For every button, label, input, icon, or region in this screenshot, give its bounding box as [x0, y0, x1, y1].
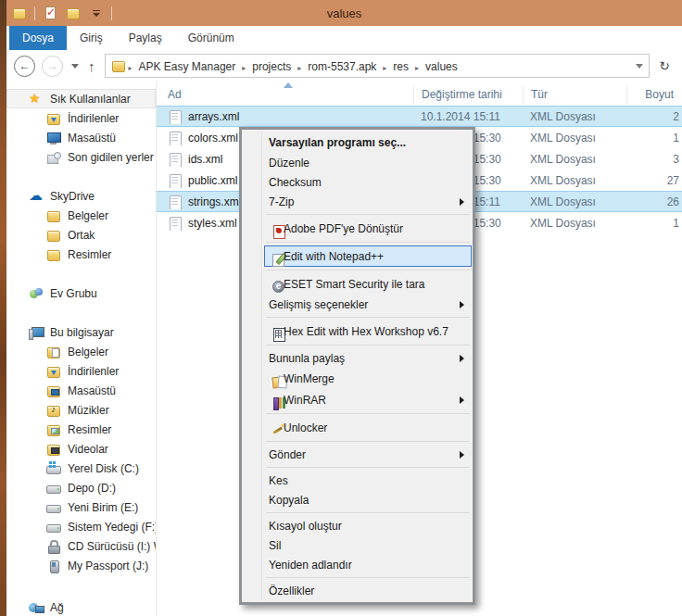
- sidebar-item-cd-surucusu-i-wd[interactable]: CD Sürücüsü (I:) WD: [6, 536, 156, 556]
- context-menu-item-edit-with-notepad[interactable]: Edit with Notepad++: [242, 245, 473, 267]
- context-menu-item-eset-smart-security-ile-tara[interactable]: ESET Smart Security ile tara: [242, 273, 473, 295]
- context-menu-item-yeniden-adlandir[interactable]: Yeniden adlandır: [242, 555, 473, 574]
- context-menu-item-label: Gönder: [269, 448, 306, 461]
- drive-icon: [46, 500, 61, 515]
- context-menu-item-gonder[interactable]: Gönder: [242, 445, 473, 464]
- quick-access-toolbar: [6, 5, 112, 21]
- sidebar-item-son-gidilen-yerler[interactable]: Son gidilen yerler: [6, 147, 156, 167]
- sidebar-item-indirilenler[interactable]: İndirilenler: [6, 361, 156, 381]
- context-menu-item-kisayol-olustur[interactable]: Kısayol oluştur: [242, 516, 473, 535]
- recent-locations-dropdown-icon[interactable]: [71, 64, 79, 69]
- sidebar-item-label: Resimler: [68, 248, 111, 261]
- xml-file-icon: [168, 216, 183, 231]
- context-menu-item-label: Bununla paylaş: [269, 352, 345, 365]
- context-menu-item-kopyala[interactable]: Kopyala: [242, 490, 473, 509]
- context-menu-item-adobe-pdf-ye-donustur[interactable]: Adobe PDF'ye Dönüştür: [242, 218, 473, 239]
- menu-separator: [266, 577, 470, 578]
- desktop-edge: [0, 0, 6, 616]
- sidebar-item-sistem-yedegi-f[interactable]: Sistem Yedegi (F:): [6, 517, 156, 536]
- file-type-cell: XML Dosyası: [523, 174, 626, 187]
- context-menu-item-sil[interactable]: Sil: [242, 535, 473, 555]
- submenu-arrow-icon: [460, 198, 464, 206]
- file-name: styles.xml: [188, 217, 237, 230]
- sidebar-item-label: Bu bilgisayar: [50, 326, 114, 339]
- address-bar[interactable]: ▸APK Easy Manager▸projects▸rom-5537.apk▸…: [105, 54, 650, 78]
- sidebar-item-label: Son gidilen yerler: [68, 151, 154, 164]
- properties-check-button[interactable]: [42, 5, 58, 21]
- separator: [34, 6, 35, 20]
- context-menu-item-checksum[interactable]: Checksum: [242, 172, 473, 192]
- explorer-screen: values DosyaGirişPaylaşGörünüm ▸APK Easy…: [0, 0, 682, 616]
- tab-paylas[interactable]: Paylaş: [116, 26, 175, 50]
- sidebar-item-ag[interactable]: Ağ: [6, 597, 156, 616]
- sidebar-item-yerel-disk-c[interactable]: Yerel Disk (C:): [6, 459, 156, 478]
- file-row-arrays-xml[interactable]: arrays.xml10.1.2014 15:11XML Dosyası2: [156, 106, 682, 127]
- context-menu-item-unlocker[interactable]: Unlocker: [242, 417, 473, 438]
- refresh-button[interactable]: [654, 58, 675, 73]
- sidebar-item-label: Sistem Yedegi (F:): [68, 521, 156, 534]
- breadcrumb-res[interactable]: res: [389, 60, 412, 73]
- sidebar-item-my-passport-j[interactable]: My Passport (J:): [6, 556, 156, 575]
- menu-separator: [266, 441, 470, 442]
- context-menu-item-7-zip[interactable]: 7-Zip: [242, 192, 473, 211]
- address-dropdown-icon[interactable]: [636, 64, 643, 69]
- sidebar-item-masaustu[interactable]: Masaüstü: [6, 128, 156, 147]
- context-menu-item-varsayilan-programi-sec[interactable]: Varsayılan programı seç...: [242, 132, 473, 153]
- menu-separator: [266, 317, 470, 318]
- qat-caret-button[interactable]: [88, 5, 105, 21]
- column-header-tur[interactable]: Tür: [523, 85, 626, 104]
- breadcrumb-values[interactable]: values: [422, 60, 461, 73]
- sidebar-item-resimler[interactable]: Resimler: [6, 245, 156, 264]
- sidebar-item-bu-bilgisayar[interactable]: Bu bilgisayar: [6, 322, 156, 342]
- breadcrumb-rom-5537-apk[interactable]: rom-5537.apk: [304, 60, 380, 73]
- menu-separator: [266, 512, 470, 513]
- explorer-window-button[interactable]: [11, 5, 28, 21]
- sidebar-item-label: Resimler: [68, 423, 111, 436]
- sidebar-item-belgeler[interactable]: Belgeler: [6, 206, 156, 225]
- up-button[interactable]: [88, 58, 95, 74]
- new-folder-button[interactable]: [65, 5, 82, 21]
- context-menu-item-hex-edit-with-hex-workshop-v6-7[interactable]: Hex Edit with Hex Workshop v6.7: [242, 321, 473, 342]
- back-button[interactable]: [14, 56, 35, 77]
- sidebar-item-ortak[interactable]: Ortak: [6, 225, 156, 245]
- sidebar-item-indirilenler[interactable]: İndirilenler: [6, 108, 156, 128]
- sidebar-item-masaustu[interactable]: Masaüstü: [6, 381, 156, 400]
- context-menu-item-winrar[interactable]: WinRAR: [242, 389, 473, 410]
- breadcrumb-projects[interactable]: projects: [248, 60, 295, 73]
- column-header-boyut[interactable]: Boyut: [626, 85, 682, 104]
- context-menu-item-kes[interactable]: Kes: [242, 471, 473, 490]
- tab-dosya[interactable]: Dosya: [9, 26, 67, 50]
- column-header-ad[interactable]: Ad: [156, 85, 413, 104]
- context-menu-item-ozellikler[interactable]: Özellikler: [242, 581, 473, 600]
- sidebar-item-skydrive[interactable]: SkyDrive: [6, 186, 156, 206]
- context-menu-item-gelismis-secenekler[interactable]: Gelişmiş seçenekler: [242, 295, 473, 314]
- context-menu-item-label: Edit with Notepad++: [284, 250, 384, 263]
- breadcrumb-separator-icon: ▸: [412, 64, 422, 72]
- tab-giris[interactable]: Giriş: [67, 26, 116, 50]
- sidebar-item-belgeler[interactable]: Belgeler: [6, 342, 156, 361]
- breadcrumb-apk-easy-manager[interactable]: APK Easy Manager: [135, 60, 240, 73]
- sidebar-item-depo-d[interactable]: Depo (D:): [6, 478, 156, 497]
- column-header-degistirme-tarihi[interactable]: Değiştirme tarihi: [413, 85, 523, 104]
- folder-icon: [46, 228, 61, 243]
- context-menu-item-bununla-paylas[interactable]: Bununla paylaş: [242, 348, 473, 368]
- sidebar-item-label: My Passport (J:): [68, 559, 148, 572]
- videos-folder-icon: [46, 442, 61, 457]
- context-menu-item-label: Checksum: [269, 176, 322, 189]
- file-size-cell: 2: [626, 110, 682, 123]
- menu-separator: [266, 413, 470, 414]
- sidebar-item-videolar[interactable]: Videolar: [6, 439, 156, 459]
- forward-button[interactable]: [42, 56, 63, 77]
- context-menu-item-winmerge[interactable]: WinMerge: [242, 368, 473, 389]
- star-icon: [29, 92, 44, 107]
- file-name: strings.xml: [188, 195, 241, 208]
- sidebar-item-yeni-birim-e[interactable]: Yeni Birim (E:): [6, 497, 156, 517]
- sidebar-item-resimler[interactable]: Resimler: [6, 420, 156, 439]
- tab-gorunum[interactable]: Görünüm: [175, 26, 247, 50]
- sidebar-item-ev-grubu[interactable]: Ev Grubu: [6, 283, 156, 303]
- sidebar-item-sik-kullanilanlar[interactable]: Sık Kullanılanlar: [6, 89, 156, 108]
- file-size-cell: 27: [626, 174, 682, 187]
- sidebar-item-muzikler[interactable]: Müzikler: [6, 400, 156, 420]
- context-menu-item-duzenle[interactable]: Düzenle: [242, 153, 473, 172]
- sort-ascending-icon: [284, 82, 293, 88]
